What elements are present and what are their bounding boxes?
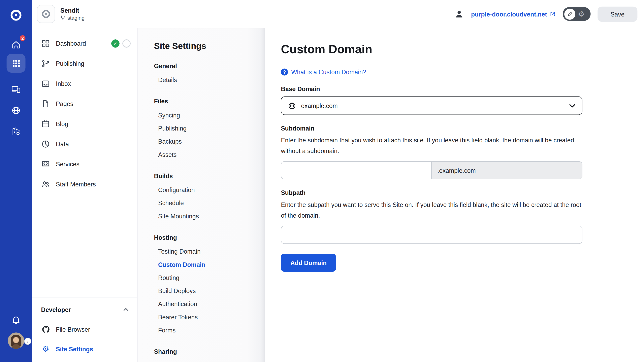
settings-nav-item-assets[interactable]: Assets	[158, 148, 265, 161]
sidebar-item-label: Data	[56, 140, 69, 147]
settings-nav-item-forms[interactable]: Forms	[158, 323, 265, 337]
live-site-url: purple-door.cloudvent.net	[471, 10, 547, 17]
header-actions: purple-door.cloudvent.net ⚙ Save	[454, 6, 637, 22]
rail-bell-button[interactable]	[7, 310, 26, 329]
chevron-up-icon	[123, 306, 129, 313]
sidebar-item-inbox[interactable]: Inbox	[32, 73, 137, 93]
page-title: Custom Domain	[281, 42, 644, 56]
settings-nav-item-configuration[interactable]: Configuration	[158, 183, 265, 196]
site-meta: Sendit staging	[60, 7, 84, 21]
sidebar-item-label: Inbox	[56, 80, 71, 87]
environment-row: staging	[60, 14, 84, 21]
settings-nav-item-site-mountings[interactable]: Site Mountings	[158, 209, 265, 222]
settings-nav-item-publishing[interactable]: Publishing	[158, 121, 265, 135]
base-domain-select[interactable]: example.com	[281, 96, 582, 115]
sidebar-item-pages[interactable]: Pages	[32, 93, 137, 114]
settings-nav-item-routing[interactable]: Routing	[158, 271, 265, 284]
developer-section: Developer File Browser ⚙ Site Settings	[32, 298, 137, 362]
developer-section-toggle[interactable]: Developer	[32, 300, 137, 319]
blog-icon	[41, 119, 50, 128]
data-icon	[41, 139, 50, 148]
settings-section-general: General	[154, 61, 265, 70]
settings-gear-icon: ⚙	[41, 345, 50, 353]
sidebar-item-label: Site Settings	[56, 345, 93, 352]
help-question-icon: ?	[281, 69, 288, 76]
inbox-icon	[41, 79, 50, 88]
live-site-link[interactable]: purple-door.cloudvent.net	[471, 10, 556, 17]
settings-nav-item-authentication[interactable]: Authentication	[158, 297, 265, 310]
site-logo-tile[interactable]	[37, 5, 55, 23]
settings-nav-item-schedule[interactable]: Schedule	[158, 196, 265, 209]
apps-grid-icon	[11, 58, 21, 68]
sidebar-item-file-browser[interactable]: File Browser	[32, 319, 137, 339]
settings-nav-item-backups[interactable]: Backups	[158, 135, 265, 148]
dashboard-icon	[41, 39, 50, 48]
sidebar-item-label: Pages	[56, 100, 74, 107]
sidebar-item-label: Staff Members	[56, 181, 96, 188]
rail-home-button[interactable]: 2	[7, 35, 26, 54]
external-link-icon	[550, 11, 556, 17]
subpath-input[interactable]	[281, 226, 582, 244]
app-root: 2	[0, 0, 644, 362]
settings-section-builds: Builds	[154, 172, 265, 180]
sidebar-item-publishing[interactable]: Publishing	[32, 53, 137, 73]
base-domain-label: Base Domain	[281, 84, 644, 93]
staff-members-icon	[41, 180, 50, 189]
rail-devices-button[interactable]	[7, 80, 26, 99]
sidebar-nav-list: Dashboard ✓ Publishing	[32, 28, 137, 194]
custom-domain-help-link[interactable]: What is a Custom Domain?	[291, 69, 366, 76]
avatar-image	[8, 333, 24, 349]
cloudcannon-logo[interactable]	[7, 6, 26, 25]
add-domain-button[interactable]: Add Domain	[281, 254, 336, 272]
subdomain-description: Enter the subdomain that you wish to att…	[281, 135, 582, 156]
user-avatar[interactable]	[8, 333, 24, 349]
mode-toggle[interactable]: ⚙	[563, 7, 591, 21]
edit-mode-button[interactable]	[564, 8, 575, 19]
rail-apps-button[interactable]	[7, 54, 26, 73]
sidebar-collapse-toggle[interactable]: ›	[24, 338, 31, 345]
sidebar-item-services[interactable]: Services	[32, 154, 137, 174]
sidebar-item-dashboard[interactable]: Dashboard ✓	[32, 33, 137, 53]
status-pending-icon	[122, 39, 130, 47]
settings-nav-item-build-deploys[interactable]: Build Deploys	[158, 284, 265, 297]
pencil-icon	[567, 11, 573, 17]
dashboard-status: ✓	[111, 39, 130, 47]
collapse-chevron-icon: ›	[27, 339, 28, 344]
environment-label: staging	[68, 14, 85, 21]
sidebar-item-blog[interactable]: Blog	[32, 114, 137, 134]
settings-nav-item-syncing[interactable]: Syncing	[158, 108, 265, 121]
settings-nav-item-testing-domain[interactable]: Testing Domain	[158, 245, 265, 258]
rail-organization-button[interactable]	[7, 122, 26, 141]
rail-globe-button[interactable]	[7, 101, 26, 120]
sidebar-item-label: Services	[56, 160, 80, 168]
settings-section-sharing: Sharing	[154, 347, 265, 356]
notification-badge: 2	[19, 34, 26, 42]
settings-nav-item-bearer-tokens[interactable]: Bearer Tokens	[158, 310, 265, 323]
site-logo-icon	[41, 9, 51, 19]
subdomain-input[interactable]	[281, 161, 431, 179]
settings-panel-title: Site Settings	[154, 41, 265, 51]
status-check-icon: ✓	[111, 39, 120, 47]
save-button[interactable]: Save	[598, 6, 637, 22]
developer-label: Developer	[41, 306, 71, 313]
subdomain-suffix-addon: .example.com	[431, 161, 582, 179]
sidebar-item-staff-members[interactable]: Staff Members	[32, 174, 137, 194]
help-row: ? What is a Custom Domain?	[281, 69, 644, 76]
base-domain-value: example.com	[301, 102, 338, 109]
chevron-down-icon	[569, 104, 576, 108]
settings-nav-item-custom-domain[interactable]: Custom Domain	[158, 258, 265, 271]
sidebar-item-data[interactable]: Data	[32, 134, 137, 154]
subpath-description: Enter the subpath you want to serve this…	[281, 200, 582, 221]
subdomain-label: Subdomain	[281, 124, 644, 132]
sidebar-item-site-settings[interactable]: ⚙ Site Settings	[32, 339, 137, 359]
globe-icon	[11, 105, 21, 115]
organization-settings-icon	[11, 126, 21, 136]
settings-mode-button[interactable]: ⚙	[578, 10, 584, 18]
top-header: Sendit staging purple-door.cloudvent.net	[32, 0, 644, 28]
site-name: Sendit	[60, 7, 84, 14]
sidebar-item-label: Publishing	[56, 60, 84, 67]
settings-nav-item-details[interactable]: Details	[158, 73, 265, 86]
github-icon	[41, 325, 50, 334]
account-person-icon[interactable]	[454, 9, 464, 19]
bell-icon	[11, 315, 21, 325]
